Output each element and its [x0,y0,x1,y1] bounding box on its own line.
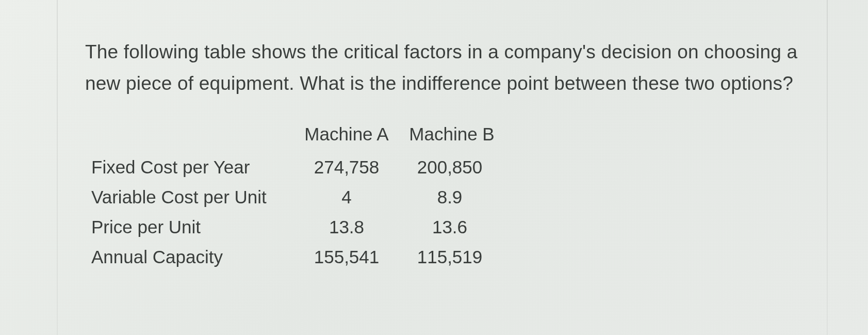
cell-machine-a: 13.8 [295,217,398,237]
row-label: Fixed Cost per Year [91,157,295,178]
cell-machine-a: 4 [295,187,398,208]
table-row: Price per Unit 13.8 13.6 [91,217,801,237]
column-header-machine-a: Machine A [295,124,398,145]
header-machines: Machine A Machine B [295,124,503,145]
cell-machine-a: 274,758 [295,157,398,178]
cell-machine-b: 8.9 [398,187,501,208]
row-label: Annual Capacity [91,247,295,267]
table-row: Fixed Cost per Year 274,758 200,850 [91,157,801,178]
table-row: Variable Cost per Unit 4 8.9 [91,187,801,208]
row-label: Variable Cost per Unit [91,187,295,208]
cell-machine-a: 155,541 [295,247,398,267]
cell-machine-b: 115,519 [398,247,501,267]
row-label: Price per Unit [91,217,295,237]
column-header-machine-b: Machine B [400,124,503,145]
content-area: The following table shows the critical f… [85,36,801,277]
header-spacer [91,124,295,145]
right-margin-line [827,0,828,335]
cell-machine-b: 200,850 [398,157,501,178]
data-table: Machine A Machine B Fixed Cost per Year … [91,124,801,267]
left-margin-line [57,0,58,335]
question-text: The following table shows the critical f… [85,36,801,99]
table-header-row: Machine A Machine B [91,124,801,145]
table-row: Annual Capacity 155,541 115,519 [91,247,801,267]
cell-machine-b: 13.6 [398,217,501,237]
